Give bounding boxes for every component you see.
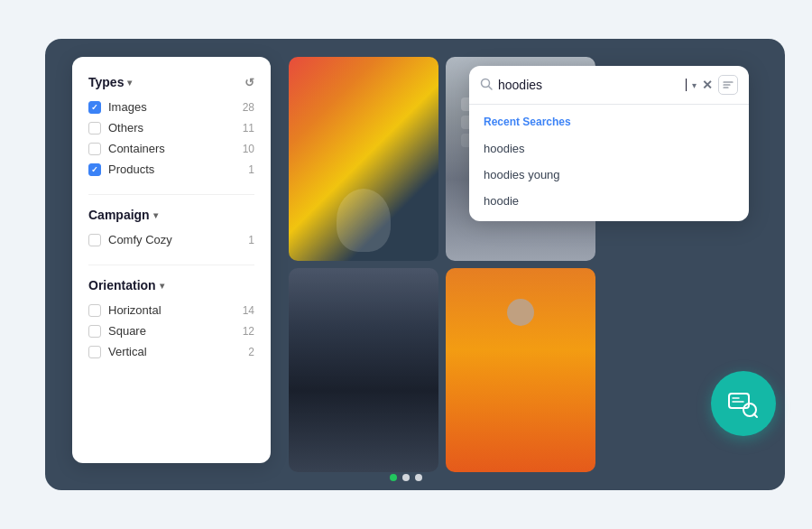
text-cursor [686, 79, 687, 91]
pagination-dot-3[interactable] [415, 474, 422, 481]
filter-label-products: Products [108, 162, 241, 176]
recent-searches-label: Recent Searches [469, 112, 749, 135]
filter-count-products: 1 [248, 163, 254, 176]
filter-count-images: 28 [243, 101, 254, 114]
campaign-section-title: Campaign ▾ [88, 208, 254, 222]
filter-item-containers[interactable]: Containers 10 [88, 142, 254, 155]
orientation-section-title: Orientation ▾ [88, 278, 254, 292]
types-label: Types [88, 75, 124, 89]
filter-section-types: Types ▾ ↺ Images 28 Others 11 Containers… [88, 75, 254, 176]
checkbox-images[interactable] [88, 101, 101, 114]
search-query[interactable]: hoodies [498, 78, 680, 92]
image-hoodies-dark[interactable] [289, 268, 438, 472]
filter-label-others: Others [108, 121, 235, 135]
search-icon [480, 78, 493, 93]
image-person-orange[interactable] [446, 268, 595, 472]
filter-count-vertical: 2 [248, 346, 254, 358]
types-section-title: Types ▾ ↺ [88, 75, 254, 89]
divider-2 [88, 264, 254, 265]
filter-count-comfy-cozy: 1 [248, 234, 254, 246]
filter-panel: Types ▾ ↺ Images 28 Others 11 Containers… [72, 57, 271, 463]
filter-label-vertical: Vertical [108, 345, 241, 358]
search-suggestion-1[interactable]: hoodies [469, 135, 749, 162]
checkbox-square[interactable] [88, 325, 101, 338]
filter-item-square[interactable]: Square 12 [88, 324, 254, 338]
filter-label-comfy-cozy: Comfy Cozy [108, 233, 241, 246]
filter-count-horizontal: 14 [243, 304, 254, 317]
checkbox-horizontal[interactable] [88, 304, 101, 317]
search-suggestion-2[interactable]: hoodies young [469, 162, 749, 188]
svg-line-9 [754, 414, 758, 418]
dropdown-arrow-icon[interactable]: ▾ [692, 80, 697, 90]
reset-icon[interactable]: ↺ [245, 76, 254, 89]
svg-line-1 [489, 86, 493, 89]
filter-count-others: 11 [243, 122, 254, 135]
filter-item-vertical[interactable]: Vertical 2 [88, 345, 254, 358]
scene: Types ▾ ↺ Images 28 Others 11 Containers… [18, 21, 794, 508]
chevron-down-icon: ▾ [127, 78, 132, 88]
checkbox-others[interactable] [88, 122, 101, 135]
clear-search-button[interactable]: ✕ [702, 78, 713, 92]
checkbox-vertical[interactable] [88, 346, 101, 358]
checkbox-containers[interactable] [88, 143, 101, 155]
filter-section-orientation: Orientation ▾ Horizontal 14 Square 12 Ve… [88, 278, 254, 358]
chevron-down-icon-campaign: ▾ [153, 210, 158, 220]
pagination-dot-2[interactable] [402, 474, 410, 481]
checkbox-comfy-cozy[interactable] [88, 234, 101, 246]
filter-count-containers: 10 [243, 143, 254, 155]
filter-label-images: Images [108, 100, 235, 114]
filter-item-products[interactable]: Products 1 [88, 162, 254, 176]
teal-search-badge [711, 371, 776, 436]
divider-1 [88, 194, 254, 195]
filter-section-campaign: Campaign ▾ Comfy Cozy 1 [88, 208, 254, 246]
filter-label-containers: Containers [108, 142, 235, 155]
search-card: hoodies ▾ ✕ Recent Searches hoodies hood… [469, 66, 749, 221]
chevron-down-icon-orientation: ▾ [160, 281, 164, 291]
filter-item-others[interactable]: Others 11 [88, 121, 254, 135]
pagination [390, 474, 422, 481]
search-bar: hoodies ▾ ✕ [469, 66, 749, 105]
checkbox-products[interactable] [88, 163, 101, 176]
filter-item-images[interactable]: Images 28 [88, 100, 254, 114]
campaign-label: Campaign [88, 208, 150, 222]
search-suggestion-3[interactable]: hoodie [469, 188, 749, 214]
filter-item-horizontal[interactable]: Horizontal 14 [88, 303, 254, 317]
search-filter-button[interactable] [718, 75, 738, 95]
filter-item-comfy-cozy[interactable]: Comfy Cozy 1 [88, 233, 254, 246]
pagination-dot-1[interactable] [390, 474, 397, 481]
orientation-label: Orientation [88, 278, 156, 292]
filter-count-square: 12 [243, 325, 254, 338]
image-hoodies-colorful[interactable] [289, 57, 438, 261]
filter-label-horizontal: Horizontal [108, 303, 235, 317]
search-dropdown: Recent Searches hoodies hoodies young ho… [469, 105, 749, 221]
filter-label-square: Square [108, 324, 235, 338]
